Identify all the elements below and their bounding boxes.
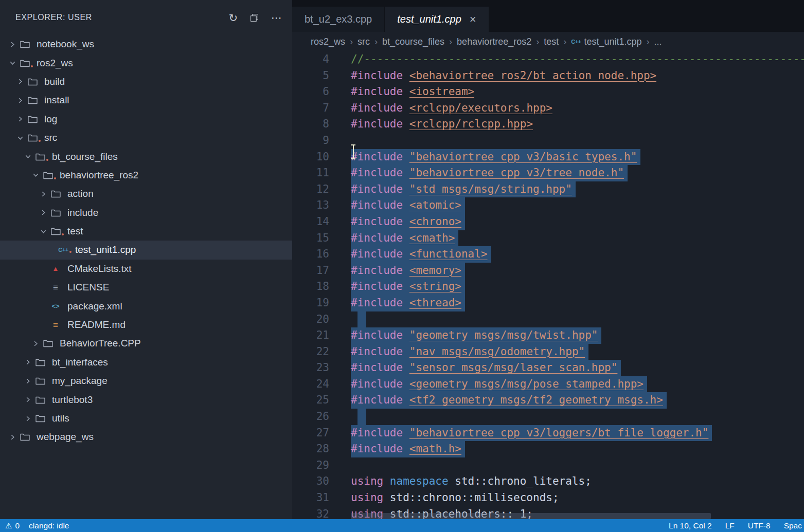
chevron-down-icon[interactable] (15, 134, 25, 142)
breadcrumb-label: behaviortree_ros2 (457, 36, 531, 47)
tree-item-label: build (44, 76, 65, 87)
code-line-24[interactable]: 24#include <geometry_msgs/msg/pose_stamp… (292, 376, 804, 393)
breadcrumb-item-ros2_ws[interactable]: ros2_ws (311, 36, 345, 47)
chevron-right-icon[interactable] (15, 115, 25, 123)
breadcrumb-item-src[interactable]: src (358, 36, 370, 47)
chevron-right-icon[interactable] (15, 97, 25, 104)
selection-highlight: #include "nav_msgs/msg/odometry.hpp" (351, 344, 588, 360)
code-line-23[interactable]: 23#include "sensor_msgs/msg/laser_scan.h… (292, 360, 804, 376)
chevron-down-icon[interactable] (7, 59, 17, 67)
code-line-13[interactable]: 13#include <atomic> (292, 197, 804, 214)
chevron-right-icon[interactable] (38, 209, 48, 216)
code-line-9[interactable]: 9 (292, 133, 804, 149)
refresh-icon[interactable]: ↻ (228, 12, 238, 23)
code-line-29[interactable]: 29 (292, 457, 804, 474)
tree-item-README.md[interactable]: ≡ README.md (0, 316, 292, 334)
clangd-status[interactable]: clangd: idle (29, 521, 69, 530)
code-line-6[interactable]: 6#include <iostream> (292, 84, 804, 100)
chevron-right-icon[interactable] (23, 396, 33, 403)
code-line-8[interactable]: 8#include <rclcpp/rclcpp.hpp> (292, 116, 804, 133)
tree-item-behaviortree_ros2[interactable]: behaviortree_ros2 (0, 166, 292, 185)
encoding-indicator[interactable]: UTF-8 (748, 521, 771, 530)
chevron-right-icon[interactable] (23, 358, 33, 366)
selection-highlight (358, 311, 366, 328)
tree-item-test[interactable]: test (0, 222, 292, 241)
tree-item-include[interactable]: include (0, 204, 292, 222)
tree-item-action[interactable]: action (0, 185, 292, 203)
breadcrumb-item-bt_course_files[interactable]: bt_course_files (382, 36, 444, 47)
selection-highlight: #include <math.h> (351, 441, 465, 457)
more-actions-icon[interactable]: ⋯ (271, 12, 282, 23)
code-line-31[interactable]: 31using std::chrono::milliseconds; (292, 490, 804, 506)
tree-item-src[interactable]: src (0, 129, 292, 147)
code-line-4[interactable]: 4//-------------------------------------… (292, 51, 804, 68)
breadcrumb-item-test[interactable]: test (544, 36, 559, 47)
chevron-right-icon[interactable] (38, 190, 48, 198)
chevron-down-icon[interactable] (23, 153, 33, 160)
eol-indicator[interactable]: LF (725, 521, 735, 530)
chevron-right-icon[interactable] (23, 415, 33, 423)
open-editors-icon[interactable] (250, 13, 259, 22)
breadcrumb-item-...[interactable]: ... (654, 36, 662, 47)
horizontal-scrollbar[interactable] (351, 513, 711, 519)
code-line-25[interactable]: 25#include <tf2_geometry_msgs/tf2_geomet… (292, 392, 804, 409)
indent-indicator[interactable]: Spac (784, 521, 802, 530)
code-line-5[interactable]: 5#include <behaviortree_ros2/bt_action_n… (292, 68, 804, 84)
tree-item-build[interactable]: build (0, 72, 292, 91)
code-line-10[interactable]: 10#include "behaviortree_cpp_v3/basic_ty… (292, 149, 804, 166)
chevron-right-icon[interactable] (30, 340, 41, 347)
chevron-right-icon[interactable] (7, 433, 17, 441)
code-line-21[interactable]: 21#include "geometry_msgs/msg/twist.hpp" (292, 327, 804, 344)
code-line-30[interactable]: 30using namespace std::chrono_literals; (292, 473, 804, 490)
code-line-22[interactable]: 22#include "nav_msgs/msg/odometry.hpp" (292, 344, 804, 360)
line-number: 11 (292, 165, 329, 181)
code-line-16[interactable]: 16#include <functional> (292, 246, 804, 263)
line-number: 8 (292, 116, 329, 133)
tree-item-ros2_ws[interactable]: ros2_ws (0, 53, 292, 72)
chevron-right-icon[interactable] (7, 41, 17, 48)
chevron-right-icon[interactable] (15, 78, 25, 85)
code-editor[interactable]: 4//-------------------------------------… (292, 51, 804, 519)
tree-item-webpage_ws[interactable]: webpage_ws (0, 428, 292, 446)
chevron-down-icon[interactable] (38, 228, 48, 235)
tree-item-bt_course_files[interactable]: bt_course_files (0, 147, 292, 166)
breadcrumb-label: test (544, 36, 559, 47)
chevron-right-icon[interactable] (23, 377, 33, 385)
code-line-12[interactable]: 12#include "std_msgs/msg/string.hpp" (292, 181, 804, 198)
cursor-position[interactable]: Ln 10, Col 2 (669, 521, 712, 530)
code-line-26[interactable]: 26 (292, 409, 804, 425)
tree-item-notebook_ws[interactable]: notebook_ws (0, 35, 292, 53)
problems-indicator[interactable]: ⚠ 0 (5, 521, 20, 530)
selection-highlight: #include <chrono> (351, 214, 465, 230)
tree-item-BehaviorTree.CPP[interactable]: BehaviorTree.CPP (0, 334, 292, 353)
tree-item-log[interactable]: log (0, 110, 292, 129)
code-line-17[interactable]: 17#include <memory> (292, 263, 804, 279)
tree-item-my_package[interactable]: my_package (0, 372, 292, 390)
tree-item-install[interactable]: install (0, 91, 292, 109)
code-line-28[interactable]: 28#include <math.h> (292, 441, 804, 457)
tab-bar: bt_u2_ex3.cpp test_unit1.cpp × (292, 0, 804, 32)
tree-item-test_unit1.cpp[interactable]: C++ test_unit1.cpp (0, 241, 292, 259)
code-line-15[interactable]: 15#include <cmath> (292, 230, 804, 247)
code-line-19[interactable]: 19#include <thread> (292, 295, 804, 311)
tree-item-CMakeLists.txt[interactable]: ▲ CMakeLists.txt (0, 260, 292, 278)
code-line-27[interactable]: 27#include "behaviortree_cpp_v3/loggers/… (292, 425, 804, 442)
tab-bt_u2_ex3.cpp[interactable]: bt_u2_ex3.cpp (292, 7, 384, 32)
tree-item-bt_interfaces[interactable]: bt_interfaces (0, 353, 292, 372)
tree-item-turtlebot3[interactable]: turtlebot3 (0, 390, 292, 409)
code-line-20[interactable]: 20 (292, 311, 804, 328)
tree-item-utils[interactable]: utils (0, 409, 292, 428)
breadcrumb-item-behaviortree_ros2[interactable]: behaviortree_ros2 (457, 36, 531, 47)
breadcrumb-label: test_unit1.cpp (584, 36, 642, 47)
code-line-11[interactable]: 11#include "behaviortree_cpp_v3/tree_nod… (292, 165, 804, 181)
tab-test_unit1.cpp[interactable]: test_unit1.cpp × (385, 7, 488, 32)
tree-item-package.xml[interactable]: <> package.xml (0, 297, 292, 315)
folder-icon (33, 377, 47, 385)
close-icon[interactable]: × (470, 14, 476, 25)
code-line-7[interactable]: 7#include <rclcpp/executors.hpp> (292, 100, 804, 117)
breadcrumb-item-test_unit1.cpp[interactable]: C++test_unit1.cpp (571, 36, 641, 47)
chevron-down-icon[interactable] (30, 171, 41, 179)
tree-item-LICENSE[interactable]: ≡ LICENSE (0, 278, 292, 297)
code-line-18[interactable]: 18#include <string> (292, 279, 804, 295)
code-line-14[interactable]: 14#include <chrono> (292, 214, 804, 230)
